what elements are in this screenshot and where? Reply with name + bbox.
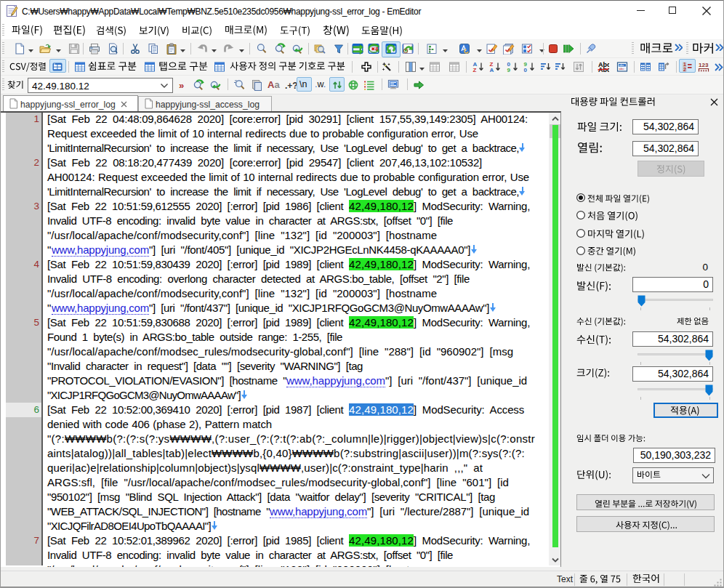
svg-text:0: 0	[524, 67, 528, 73]
svg-text:abc: abc	[619, 67, 625, 71]
svg-text:1: 1	[683, 62, 686, 67]
svg-text:2: 2	[683, 67, 686, 72]
svg-text:123: 123	[699, 62, 709, 68]
svg-text:9: 9	[507, 67, 511, 73]
svg-text:A: A	[490, 67, 494, 73]
svg-text:Z: Z	[473, 67, 477, 73]
